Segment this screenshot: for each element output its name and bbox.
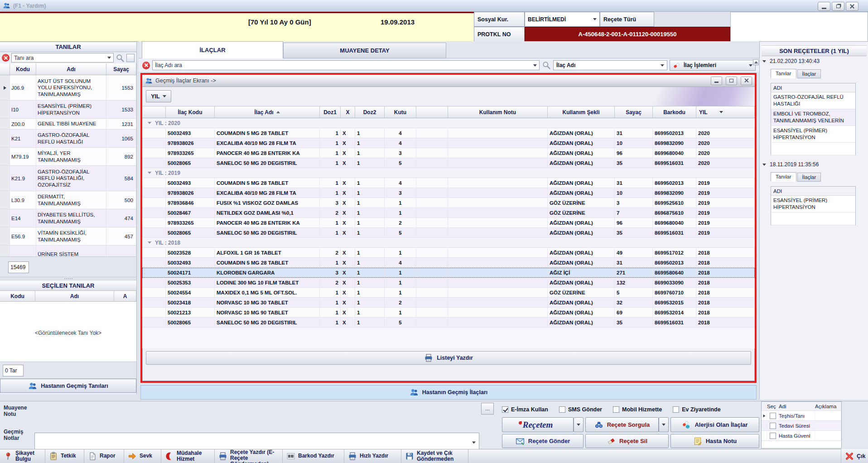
recete-gonder-button[interactable]: Reçete Gönder [502, 434, 583, 448]
toolbar-m-dahale-hizmet[interactable]: Müdahale Hizmet [161, 449, 215, 463]
dialog-maximize-button[interactable] [726, 77, 737, 85]
ilac-row[interactable]: 978938026EXCALIBA 40/10 MG 28 FILM TA1X1… [142, 188, 755, 198]
checkbox-box[interactable] [770, 413, 776, 419]
tanilar-row[interactable]: K21.9GASTRO-ÖZOFAJİAL REFLÜ HASTALIĞI, Ö… [0, 166, 136, 191]
tab-ilaclar[interactable]: İlaçlar [797, 173, 821, 182]
col-sayac[interactable]: Sayaç [615, 106, 653, 118]
col-ilac-adi[interactable]: İlaç Adı [215, 106, 320, 118]
col-barkodu[interactable]: Barkodu [653, 106, 696, 118]
recetem-dropdown-button[interactable] [574, 417, 583, 432]
checkbox-box[interactable] [502, 406, 508, 413]
toolbar-barkod-yazd-r[interactable]: Barkod Yazdır [283, 449, 344, 463]
ilac-row[interactable]: 50032493COUMADIN 5 MG 28 TABLET1X14AĞIZD… [142, 258, 755, 268]
ilac-row[interactable]: 50023528ALFOXIL 1 GR 16 TABLET2X11AĞIZDA… [142, 248, 755, 258]
ilac-row[interactable]: 50032493COUMADIN 5 MG 28 TABLET1X14AĞIZD… [142, 178, 755, 188]
toolbar--ikayet-bulgu[interactable]: Şikayet Bulgu [0, 449, 45, 463]
col-adi[interactable]: Adı [36, 63, 106, 75]
recete-date-row[interactable]: 18.11.2019 11:35:56 [762, 161, 819, 168]
recete-tani-row[interactable]: EMBOLİ VE TROMBOZ, TANIMLANMAMIŞ VENLERİ… [771, 109, 855, 126]
clear-search-icon[interactable] [2, 54, 10, 62]
col-doz1[interactable]: Doz1 [320, 106, 341, 118]
ilac-row[interactable]: 978933265PANOCER 40 MG 28 ENTERIK KA1X13… [142, 148, 755, 158]
tab-tanilar[interactable]: Tanılar [771, 172, 796, 182]
group-by-year-button[interactable]: YIL [146, 90, 171, 102]
year-group-row[interactable]: YIL : 2019 [142, 168, 755, 178]
tanilar-row[interactable]: Z00.0GENEL TIBBİ MUAYENE1231 [0, 119, 136, 130]
col-kodu[interactable]: Kodu [10, 63, 36, 75]
search-icon[interactable] [116, 53, 125, 63]
restore-button[interactable] [832, 2, 844, 11]
toolbar-sevk[interactable]: Sevk [124, 449, 161, 463]
year-group-row[interactable]: YIL : 2018 [142, 238, 755, 248]
recete-sorgula-button[interactable]: Reçete Sorgula [585, 417, 659, 432]
col-adi[interactable]: Adı [35, 291, 114, 301]
tani-search-input[interactable]: Tanı ara [11, 53, 114, 63]
search-icon[interactable] [542, 61, 551, 70]
ek-bilgi-row[interactable]: Teşhis/Tanı [762, 411, 841, 421]
ilac-adi-select[interactable]: İlaç Adı [553, 60, 667, 70]
col-yil[interactable]: YIL [696, 106, 755, 118]
recetem-button[interactable]: Reçetem [502, 417, 574, 432]
ilac-row[interactable]: 978933265PANOCER 40 MG 28 ENTERIK KA1X12… [142, 218, 755, 228]
col-aciklama[interactable]: Açıklama [815, 402, 841, 410]
toolbar-h-zl-yazd-r[interactable]: Hızlı Yazdır [344, 449, 401, 463]
tab-muayene-detay[interactable]: MUAYENE DETAY [283, 43, 446, 58]
checkbox-e-i-mza-kullan[interactable]: E-İmza Kullan [502, 406, 548, 413]
col-adi[interactable]: Adi [779, 402, 815, 410]
checkbox-box[interactable] [613, 406, 619, 413]
cik-button[interactable]: Çık [841, 449, 868, 463]
tab-ilaclar[interactable]: İlaçlar [797, 69, 821, 78]
dialog-titlebar[interactable]: Geçmiş İlaçlar Ekranı -> [142, 75, 755, 87]
sorgula-dropdown-button[interactable] [659, 417, 669, 432]
ilac-row[interactable]: 50032493COUMADIN 5 MG 28 TABLET1X14AĞIZD… [142, 128, 755, 138]
ilac-row[interactable]: 50023418NORVASC 10 MG 30 TABLET1X12AĞIZD… [142, 298, 755, 308]
year-group-row[interactable]: YIL : 2020 [142, 118, 755, 128]
clear-search-icon[interactable] [142, 62, 150, 69]
gecmis-tanilar-button[interactable]: Hastanın Geçmiş Tanıları [0, 379, 136, 393]
col-doz2[interactable]: Doz2 [355, 106, 385, 118]
tanilar-row[interactable]: E56.9VİTAMİN EKSİKLİĞİ, TANIMLANMAMIŞ457 [0, 227, 136, 246]
dialog-minimize-button[interactable] [711, 77, 722, 85]
listeyi-yazdir-button[interactable]: Listeyi Yazdır [146, 351, 751, 365]
ilac-row[interactable]: 50021213NORVASC 10 MG 90 TABLET1X11AĞIZD… [142, 308, 755, 318]
toolbar-rapor[interactable]: Rapor [84, 449, 124, 463]
checkbox-box[interactable] [673, 406, 679, 413]
close-button[interactable] [846, 2, 858, 11]
ilac-row[interactable]: 50028065SANELOC 50 MG 20 DEGISTIRIL1X15A… [142, 228, 755, 238]
muayene-notu-more-button[interactable]: ... [481, 403, 494, 415]
ilac-row[interactable]: 50028065SANELOC 50 MG 20 DEGISTIRIL1X15A… [142, 318, 755, 328]
col-kutu[interactable]: Kutu [385, 106, 416, 118]
hasta-notu-button[interactable]: Hasta Notu [670, 434, 759, 448]
ilac-row[interactable]: 50025353LODINE 300 MG 10 FILM TABLET2X11… [142, 278, 755, 288]
checkbox-mobil-hizmette[interactable]: Mobil Hizmette [613, 406, 662, 413]
ilac-search-input[interactable]: İlaç Adı ara [152, 60, 540, 70]
recete-tani-row[interactable]: GASTRO-ÖZOFAJİAL REFLÜ HASTALIĞI [771, 92, 855, 109]
col-sayac[interactable]: Sayaç [106, 63, 136, 75]
filter-toggle-button[interactable] [126, 54, 135, 62]
recete-sil-button[interactable]: Reçete Sil [585, 434, 669, 448]
tab-tanilar[interactable]: Tanılar [771, 69, 796, 78]
ilac-row[interactable]: 50028065SANELOC 50 MG 20 DEGISTIRIL1X15A… [142, 158, 755, 168]
minimize-button[interactable] [818, 2, 830, 11]
ilac-row[interactable]: 978938026EXCALIBA 40/10 MG 28 FILM TA1X1… [142, 138, 755, 148]
tanilar-row[interactable]: ÜRİNER SİSTEM [0, 246, 136, 256]
tanilar-row[interactable]: M79.19MİYALJİ, YER TANIMLANMAMIŞ892 [0, 148, 136, 166]
toolbar-kaydet-ve-k-g-ndermeden[interactable]: Kaydet ve Çık Göndermeden [401, 449, 468, 463]
tanilar-row[interactable]: L30.9DERMATİT, TANIMLANMAMIŞ500 [0, 191, 136, 209]
toolbar-re-ete-yazd-r-e-re-ete-g[interactable]: Reçete Yazdır (E-Reçete Göndermeden) [215, 449, 283, 463]
checkbox-box[interactable] [770, 433, 776, 439]
ilac-row[interactable]: 50024171KLOROBEN GARGARA3X11AĞIZ İÇİ2718… [142, 268, 755, 278]
gecmis-ilaclar-bar-button[interactable]: Hastanın Geçmiş İlaçları [140, 385, 757, 400]
recete-date-row[interactable]: 21.02.2020 13:40:43 [762, 58, 820, 64]
dialog-close-button[interactable] [741, 77, 752, 85]
tanilar-row[interactable]: J06.9AKUT ÜST SOLUNUM YOLU ENFEKSİYONU, … [0, 75, 136, 101]
sosyal-kur-select[interactable]: BELİRTİLMEDİ [525, 12, 600, 27]
tanilar-row[interactable]: I10ESANSİYEL (PRİMER) HİPERTANSİYON1533 [0, 101, 136, 119]
toolbar-tetkik[interactable]: Tetkik [45, 449, 84, 463]
tab-ilaclar[interactable]: İLAÇLAR [142, 41, 283, 58]
scroll-up-button[interactable] [753, 59, 759, 65]
col-kullanim-notu[interactable]: Kullanım Notu [448, 106, 548, 118]
col-a[interactable]: A [114, 291, 136, 301]
ilac-islemleri-button[interactable]: İlaç İşlemleri [670, 60, 756, 71]
checkbox-box[interactable] [559, 406, 565, 413]
